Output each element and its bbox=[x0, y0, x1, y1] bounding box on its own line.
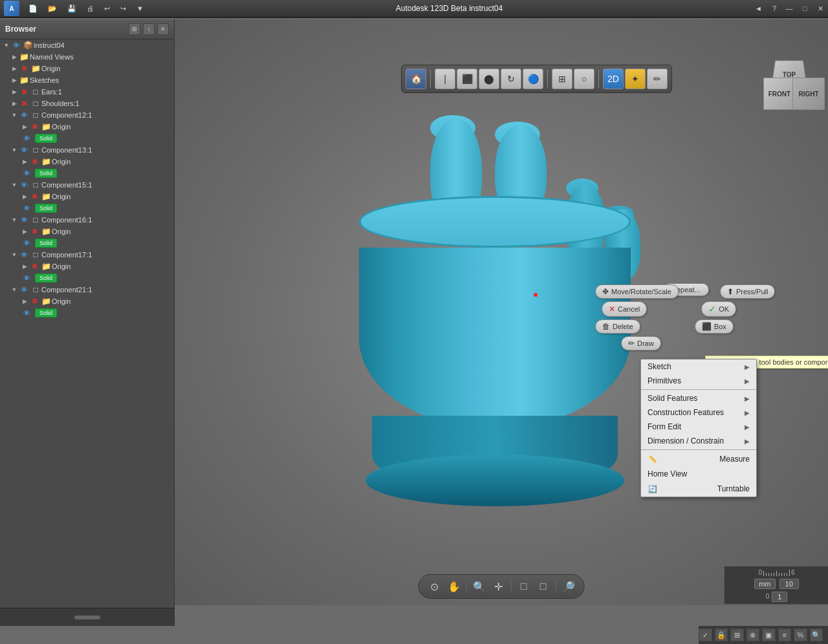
zoom-area-btn[interactable]: 🔍 bbox=[470, 577, 488, 596]
toolbar-cylinder[interactable]: 🔵 bbox=[523, 69, 543, 89]
tree-toggle-comp12[interactable]: ▼ bbox=[10, 111, 18, 119]
draw-button[interactable]: ✏ Draw bbox=[621, 336, 661, 350]
orbit-btn[interactable]: ⊙ bbox=[426, 577, 444, 596]
ctx-home-view[interactable]: Home View bbox=[641, 467, 756, 481]
menu-file[interactable]: 📄 bbox=[23, 0, 43, 17]
tree-toggle-comp21[interactable]: ▼ bbox=[10, 286, 18, 294]
ctx-dimension-constrain[interactable]: Dimension / Constrain ▶ bbox=[641, 434, 756, 448]
menu-help[interactable]: ? bbox=[767, 0, 781, 17]
status-layer-icon[interactable]: ≡ bbox=[778, 628, 792, 641]
ctx-solid-features[interactable]: Solid Features ▶ bbox=[641, 391, 756, 405]
menu-redo[interactable]: ↪ bbox=[115, 0, 131, 17]
tree-item-comp12[interactable]: ▼ 👁 □ Component12:1 bbox=[0, 109, 174, 121]
tree-item-comp17-solid[interactable]: 👁 Solid bbox=[0, 272, 174, 284]
tree-item-comp21[interactable]: ▼ 👁 □ Component21:1 bbox=[0, 284, 174, 295]
toolbar-line[interactable]: | bbox=[435, 69, 455, 89]
tree-toggle-comp12-origin[interactable]: ▶ bbox=[21, 123, 28, 131]
tree-item-comp21-origin[interactable]: ▶ ✖ 📁 Origin bbox=[0, 295, 174, 307]
cancel-button[interactable]: ✕ Cancel bbox=[602, 301, 647, 317]
viewport[interactable]: 🏠 | ⬛ ⬤ ↻ 🔵 ⊞ ○ 2D ✦ ✏ TOP FRONT RIGHT bbox=[175, 19, 828, 605]
tree-item-comp13-solid[interactable]: 👁 Solid bbox=[0, 167, 174, 179]
press-pull-button[interactable]: ⬆ Press/Pull bbox=[720, 284, 776, 299]
win-close[interactable]: ✕ bbox=[812, 2, 828, 15]
ctx-construction-features[interactable]: Construction Features ▶ bbox=[641, 405, 756, 420]
status-check-icon[interactable]: ✓ bbox=[699, 628, 712, 641]
toolbar-torus[interactable]: ○ bbox=[574, 69, 594, 89]
tree-toggle-ears1[interactable]: ▶ bbox=[10, 88, 18, 96]
ok-button[interactable]: ✓ OK bbox=[701, 301, 736, 317]
tree-toggle-comp16-origin[interactable]: ▶ bbox=[21, 228, 28, 235]
toolbar-box[interactable]: ⬛ bbox=[457, 69, 477, 89]
menu-undo[interactable]: ↩ bbox=[99, 0, 115, 17]
tree-item-comp17-origin[interactable]: ▶ ✖ 📁 Origin bbox=[0, 261, 174, 272]
tree-item-comp15[interactable]: ▼ 👁 □ Component15:1 bbox=[0, 179, 174, 191]
tree-toggle-instruct04[interactable]: ▼ bbox=[3, 41, 10, 49]
delete-button[interactable]: 🗑 Delete bbox=[595, 319, 640, 334]
browser-icon-arrow[interactable]: ↕ bbox=[143, 23, 155, 35]
tree-toggle-origin1[interactable]: ▶ bbox=[10, 65, 18, 72]
status-material-icon[interactable]: ▣ bbox=[762, 628, 776, 641]
menu-print[interactable]: 🖨 bbox=[82, 0, 99, 17]
tree-toggle-comp17-origin[interactable]: ▶ bbox=[21, 263, 28, 270]
toolbar-pen[interactable]: ✏ bbox=[647, 69, 668, 89]
tree-toggle-comp16[interactable]: ▼ bbox=[10, 216, 18, 224]
win-minimize[interactable]: — bbox=[781, 2, 797, 15]
browser-icon-close[interactable]: ✕ bbox=[157, 23, 169, 35]
tree-toggle-comp13-origin[interactable]: ▶ bbox=[21, 158, 28, 166]
tree-item-comp12-origin[interactable]: ▶ ✖ 📁 Origin bbox=[0, 121, 174, 133]
tree-item-sketches[interactable]: ▶ 📁 Sketches bbox=[0, 74, 174, 86]
visibility-btn[interactable]: □ bbox=[534, 577, 552, 596]
tree-toggle-comp15[interactable]: ▼ bbox=[10, 181, 18, 189]
toolbar-home[interactable]: 🏠 bbox=[406, 69, 426, 89]
tree-item-comp16-solid[interactable]: 👁 Solid bbox=[0, 237, 174, 249]
status-lock-icon[interactable]: 🔒 bbox=[715, 628, 728, 641]
status-percent-icon[interactable]: % bbox=[794, 628, 807, 641]
tree-item-comp16-origin[interactable]: ▶ ✖ 📁 Origin bbox=[0, 226, 174, 237]
tree-item-comp12-solid[interactable]: 👁 Solid bbox=[0, 133, 174, 144]
tree-item-shoulders1[interactable]: ▶ ✖ □ Shoulders:1 bbox=[0, 98, 174, 109]
tree-item-comp13-origin[interactable]: ▶ ✖ 📁 Origin bbox=[0, 156, 174, 167]
select-btn[interactable]: □ bbox=[515, 577, 533, 596]
menu-open[interactable]: 📂 bbox=[43, 0, 62, 17]
tree-item-origin1[interactable]: ▶ ✖ 📁 Origin bbox=[0, 63, 174, 74]
tree-toggle-shoulders1[interactable]: ▶ bbox=[10, 100, 18, 107]
tree-item-named-views[interactable]: ▶ 📁 Named Views bbox=[0, 51, 174, 63]
ctx-form-edit[interactable]: Form Edit ▶ bbox=[641, 420, 756, 434]
toolbar-grid[interactable]: ⊞ bbox=[552, 69, 572, 89]
tree-toggle-comp13[interactable]: ▼ bbox=[10, 146, 18, 154]
pan-btn[interactable]: ✋ bbox=[445, 577, 463, 596]
win-maximize[interactable]: □ bbox=[797, 2, 812, 15]
nav-cube-front[interactable]: FRONT bbox=[763, 78, 796, 110]
scale-display[interactable]: 10 bbox=[779, 579, 799, 589]
ctx-turntable[interactable]: 🔄 Turntable bbox=[641, 481, 756, 497]
toolbar-star[interactable]: ✦ bbox=[625, 69, 646, 89]
toolbar-2d[interactable]: 2D bbox=[603, 69, 624, 89]
nav-cube-right[interactable]: RIGHT bbox=[792, 78, 825, 110]
ctx-primitives[interactable]: Primitives ▶ bbox=[641, 374, 756, 388]
toolbar-rotate[interactable]: ↻ bbox=[501, 69, 521, 89]
tree-item-instruct04[interactable]: ▼ 👁 📦 instruct04 bbox=[0, 39, 174, 51]
tree-item-comp17[interactable]: ▼ 👁 □ Component17:1 bbox=[0, 249, 174, 261]
tree-toggle-named-views[interactable]: ▶ bbox=[10, 53, 18, 61]
status-zoom-icon[interactable]: 🔍 bbox=[810, 628, 823, 641]
menu-more[interactable]: ▼ bbox=[131, 0, 149, 17]
tree-toggle-sketches[interactable]: ▶ bbox=[10, 76, 18, 84]
status-snap-icon[interactable]: ⊕ bbox=[746, 628, 760, 641]
nav-cube[interactable]: TOP FRONT RIGHT bbox=[763, 58, 815, 110]
tree-item-comp15-solid[interactable]: 👁 Solid bbox=[0, 202, 174, 214]
move-rotate-scale-button[interactable]: ✥ Move/Rotate/Scale bbox=[595, 284, 679, 299]
page-display[interactable]: 1 bbox=[772, 592, 787, 602]
tree-toggle-comp15-origin[interactable]: ▶ bbox=[21, 193, 28, 200]
box-button[interactable]: ⬛ Box bbox=[695, 319, 734, 334]
menu-arrow-left[interactable]: ◄ bbox=[750, 0, 767, 17]
unit-display[interactable]: mm bbox=[754, 579, 775, 589]
navigate-btn[interactable]: ✛ bbox=[490, 577, 508, 596]
tree-item-comp16[interactable]: ▼ 👁 □ Component16:1 bbox=[0, 214, 174, 226]
magnify-btn[interactable]: 🔎 bbox=[560, 577, 578, 596]
tree-toggle-comp21-origin[interactable]: ▶ bbox=[21, 297, 28, 305]
tree-toggle-comp17[interactable]: ▼ bbox=[10, 251, 18, 259]
toolbar-sphere[interactable]: ⬤ bbox=[479, 69, 499, 89]
ctx-measure[interactable]: 📏 Measure bbox=[641, 451, 756, 467]
ctx-sketch[interactable]: Sketch ▶ bbox=[641, 360, 756, 374]
tree-item-comp21-solid[interactable]: 👁 Solid bbox=[0, 307, 174, 319]
